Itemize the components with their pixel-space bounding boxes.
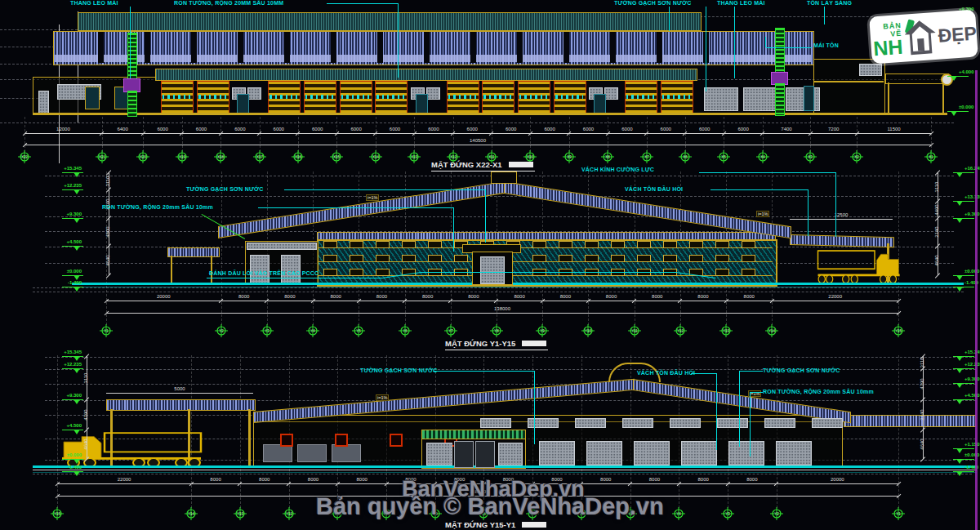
svg-text:X5: X5 (722, 155, 727, 159)
canopy-post (248, 409, 251, 466)
grid-bubble: X9 (563, 150, 576, 163)
grid-bubble: Y14 (765, 324, 778, 337)
grid-bubble: X3 (804, 150, 817, 163)
level-marker-value: -1.400 (964, 280, 980, 285)
level-marker-triangle (956, 471, 963, 476)
roof-ladder (127, 91, 137, 117)
grid-bubble: Y13 (719, 324, 733, 337)
svg-text:Y11: Y11 (631, 329, 638, 333)
wall-window (323, 241, 337, 248)
logo-brand-prefix: NH (871, 38, 903, 58)
vertical-dim-value: 3110 (920, 357, 924, 367)
dock-canopy-strip (155, 69, 697, 81)
level-marker-value: +9.300 (964, 212, 980, 216)
wall-window (812, 418, 843, 428)
dock-side-door (237, 94, 249, 114)
dim-value: 8000 (560, 294, 571, 299)
dock-door-vision-strip (198, 95, 226, 99)
svg-text:Y13: Y13 (237, 512, 244, 516)
dim-value: 8000 (697, 477, 708, 482)
svg-text:X1: X1 (929, 155, 933, 159)
ground-line-cyan (33, 465, 977, 468)
level-marker-value: +15.345 (964, 350, 980, 354)
wall-window (559, 255, 572, 262)
leader-line (739, 371, 740, 447)
wall-window (428, 241, 442, 248)
svg-text:Y1: Y1 (896, 512, 901, 516)
level-marker-triangle (74, 287, 80, 292)
wall-window (637, 255, 651, 262)
wall-window (611, 241, 625, 248)
dock-door-vision-strip (341, 95, 369, 99)
svg-text:Y12: Y12 (677, 329, 684, 333)
level-marker-triangle (956, 172, 963, 177)
grid-bubble: Y8 (490, 324, 503, 337)
annex-teal-door (85, 87, 100, 109)
grid-line-vertical (492, 117, 492, 152)
dim-value: 8000 (746, 477, 757, 482)
truck-icon (59, 431, 206, 468)
cladding-column-gap (145, 32, 150, 63)
watermark-line2: Bản quyền © BanVeNhaDep.vn (316, 493, 664, 520)
leader-line (130, 7, 131, 78)
dim-value: 6000 (699, 127, 710, 131)
wall-window (350, 241, 363, 248)
dim-value: 6000 (506, 127, 516, 131)
svg-text:Y2: Y2 (219, 329, 224, 333)
wall-panel-dark (297, 444, 327, 462)
ridge-vent (491, 171, 517, 184)
level-marker-value: +16.245 (964, 166, 980, 171)
drawing-title: MẶT ĐỨNG X22-X1 (431, 160, 535, 171)
level-marker-value: ±0.000 (964, 452, 980, 457)
dock-side-door (416, 94, 428, 114)
annotation-label: RON TƯỜNG, RỘNG 20mm SÂU 10mm (102, 204, 213, 210)
dim-value: 20000 (831, 477, 844, 482)
dim-value: 6000 (428, 127, 439, 131)
level-marker-triangle (74, 172, 80, 177)
leader-line (716, 373, 717, 450)
grid-line-vertical (857, 117, 858, 152)
svg-text:X3: X3 (808, 155, 813, 159)
wall-window (323, 255, 337, 262)
canopy-post (888, 82, 889, 114)
roof-slope-label: i=1% (756, 211, 769, 217)
dim-value: 8000 (357, 477, 368, 482)
wall-window (376, 241, 390, 248)
end-wall-panel (743, 87, 777, 111)
wall-window (742, 269, 755, 276)
svg-text:Y4: Y4 (310, 329, 315, 333)
svg-text:Y2: Y2 (774, 512, 779, 516)
roof-fascia-strip (78, 12, 702, 31)
frame-panel (859, 64, 882, 76)
wall-window (575, 418, 606, 428)
fire-marker (280, 434, 293, 447)
grid-bubble: X1 (924, 150, 938, 163)
roof-ladder (775, 83, 785, 116)
grid-line-vertical (898, 355, 899, 508)
level-marker-triangle (956, 287, 963, 292)
level-marker-triangle (74, 430, 80, 434)
grid-line-vertical (240, 355, 241, 508)
svg-text:Y1: Y1 (104, 329, 109, 333)
grid-datum-line (45, 216, 954, 217)
grid-datum-line (45, 384, 976, 385)
grid-bubble: X18 (214, 150, 227, 163)
drawing-title: MẶT ĐỨNG Y15-Y1 (445, 520, 548, 530)
svg-text:X14: X14 (372, 155, 380, 159)
svg-text:X20: X20 (140, 155, 147, 159)
wall-window (528, 418, 559, 428)
level-marker-triangle (951, 111, 957, 116)
entrance-side-panel (426, 443, 452, 465)
level-marker-triangle (956, 218, 963, 223)
leader-line (207, 278, 382, 278)
dock-door-vision-strip (483, 95, 511, 99)
wall-panel (634, 441, 670, 465)
dim-value: 8000 (422, 294, 433, 299)
grid-bubble: Y3 (721, 507, 734, 520)
svg-text:Y12: Y12 (286, 512, 293, 516)
svg-text:X19: X19 (179, 155, 186, 159)
dock-door-vision-strip (626, 95, 654, 99)
left-canopy-strip (106, 399, 256, 411)
annex-top-strip (247, 243, 317, 250)
wall-panel-dark (332, 444, 361, 462)
